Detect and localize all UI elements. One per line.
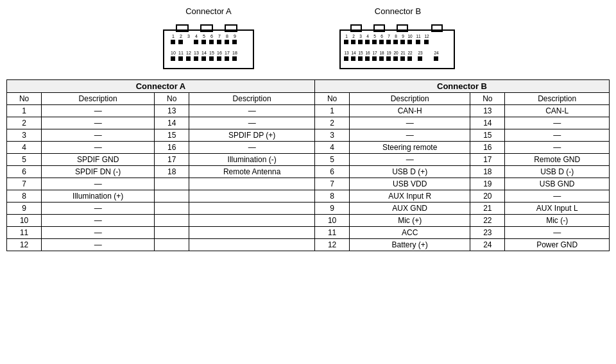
pin-number bbox=[155, 215, 189, 227]
svg-text:15: 15 bbox=[358, 51, 363, 55]
svg-rect-20 bbox=[232, 40, 237, 44]
pin-number: 9 bbox=[315, 203, 350, 215]
pin-number: 12 bbox=[315, 239, 350, 251]
svg-rect-34 bbox=[201, 56, 206, 61]
col-no-a1: No bbox=[7, 93, 42, 105]
section-b-header: Connector B bbox=[315, 80, 610, 93]
pin-number: 14 bbox=[155, 117, 189, 129]
svg-rect-37 bbox=[225, 56, 229, 61]
svg-text:12: 12 bbox=[186, 51, 191, 55]
svg-rect-64 bbox=[400, 40, 405, 44]
pin-number bbox=[155, 227, 189, 239]
pin-number: 6 bbox=[315, 166, 350, 178]
pin-description bbox=[189, 190, 315, 203]
pin-number: 13 bbox=[470, 105, 505, 117]
svg-text:1: 1 bbox=[172, 34, 175, 38]
pin-number: 10 bbox=[315, 215, 350, 227]
svg-rect-36 bbox=[217, 56, 221, 61]
col-desc-a1: Description bbox=[42, 93, 155, 105]
pin-number: 6 bbox=[7, 166, 42, 178]
pin-number: 8 bbox=[315, 190, 350, 203]
connector-a-title: Connector A bbox=[185, 6, 232, 16]
pin-number: 15 bbox=[470, 129, 505, 142]
svg-text:19: 19 bbox=[386, 51, 391, 55]
svg-rect-61 bbox=[379, 40, 384, 44]
svg-text:23: 23 bbox=[418, 51, 423, 55]
pin-number: 2 bbox=[7, 117, 42, 129]
svg-rect-91 bbox=[434, 56, 438, 61]
svg-text:7: 7 bbox=[388, 34, 390, 38]
section-a-header: Connector A bbox=[7, 80, 315, 93]
connectors-diagram: Connector A 1 2 3 4 5 6 7 8 9 bbox=[6, 6, 610, 73]
pin-description: — bbox=[350, 154, 470, 166]
table-row: 2—14—2—14— bbox=[7, 117, 610, 129]
svg-rect-60 bbox=[372, 40, 377, 44]
svg-text:8: 8 bbox=[395, 34, 397, 38]
svg-text:12: 12 bbox=[424, 34, 429, 38]
svg-rect-66 bbox=[416, 40, 420, 44]
svg-rect-59 bbox=[365, 40, 370, 44]
pin-number: 4 bbox=[7, 142, 42, 154]
pin-description: — bbox=[42, 203, 155, 215]
pin-description: Illumination (+) bbox=[42, 190, 155, 203]
svg-text:9: 9 bbox=[234, 34, 236, 38]
pin-description bbox=[189, 227, 315, 239]
table-row: 10—10Mic (+)22Mic (-) bbox=[7, 215, 610, 227]
table-row: 7—7USB VDD19USB GND bbox=[7, 178, 610, 190]
pin-number: 2 bbox=[315, 117, 350, 129]
svg-text:2: 2 bbox=[352, 34, 355, 38]
svg-rect-83 bbox=[365, 56, 370, 61]
pin-description bbox=[189, 178, 315, 190]
pin-number: 5 bbox=[315, 154, 350, 166]
pin-description bbox=[189, 215, 315, 227]
pin-description: — bbox=[505, 142, 610, 154]
pin-description: Battery (+) bbox=[350, 239, 470, 251]
svg-text:6: 6 bbox=[210, 34, 213, 38]
svg-rect-16 bbox=[201, 40, 206, 44]
svg-rect-90 bbox=[418, 56, 422, 61]
pin-description: Power GND bbox=[505, 239, 610, 251]
pin-description: — bbox=[189, 142, 315, 154]
svg-rect-89 bbox=[407, 56, 412, 61]
col-no-b2: No bbox=[470, 93, 505, 105]
svg-rect-87 bbox=[393, 56, 398, 61]
pin-number: 19 bbox=[470, 178, 505, 190]
svg-rect-57 bbox=[351, 40, 355, 44]
svg-rect-62 bbox=[386, 40, 391, 44]
pin-description: — bbox=[42, 215, 155, 227]
pin-description: — bbox=[505, 190, 610, 203]
connector-a-svg: 1 2 3 4 5 6 7 8 9 10 11 12 13 14 15 16 bbox=[157, 19, 260, 73]
pin-description: — bbox=[505, 117, 610, 129]
svg-rect-88 bbox=[400, 56, 405, 61]
svg-rect-14 bbox=[178, 40, 183, 44]
svg-text:4: 4 bbox=[366, 34, 369, 38]
pin-description: AUX Input R bbox=[350, 190, 470, 203]
svg-text:2: 2 bbox=[180, 34, 182, 38]
svg-text:20: 20 bbox=[393, 51, 398, 55]
svg-text:22: 22 bbox=[407, 51, 413, 55]
svg-text:17: 17 bbox=[372, 51, 377, 55]
pin-description: Remote Antenna bbox=[189, 166, 315, 178]
pin-number: 10 bbox=[7, 215, 42, 227]
svg-rect-56 bbox=[344, 40, 348, 44]
svg-text:14: 14 bbox=[201, 51, 207, 55]
pin-number: 4 bbox=[315, 142, 350, 154]
svg-rect-19 bbox=[225, 40, 229, 44]
pin-description: Illumination (-) bbox=[189, 154, 315, 166]
pin-number: 7 bbox=[315, 178, 350, 190]
pin-number: 5 bbox=[7, 154, 42, 166]
svg-text:1: 1 bbox=[345, 34, 348, 38]
pin-number: 23 bbox=[470, 227, 505, 239]
pin-description: — bbox=[189, 117, 315, 129]
pin-description: AUX Input L bbox=[505, 203, 610, 215]
svg-text:16: 16 bbox=[217, 51, 222, 55]
svg-rect-31 bbox=[178, 56, 183, 61]
table-row: 9—9AUX GND21AUX Input L bbox=[7, 203, 610, 215]
pin-description: Mic (+) bbox=[350, 215, 470, 227]
svg-rect-17 bbox=[209, 40, 214, 44]
svg-rect-13 bbox=[171, 40, 175, 44]
pin-number: 11 bbox=[7, 227, 42, 239]
svg-text:6: 6 bbox=[381, 34, 383, 38]
pin-table: Connector A Connector B No Description N… bbox=[6, 79, 610, 251]
svg-rect-63 bbox=[393, 40, 398, 44]
